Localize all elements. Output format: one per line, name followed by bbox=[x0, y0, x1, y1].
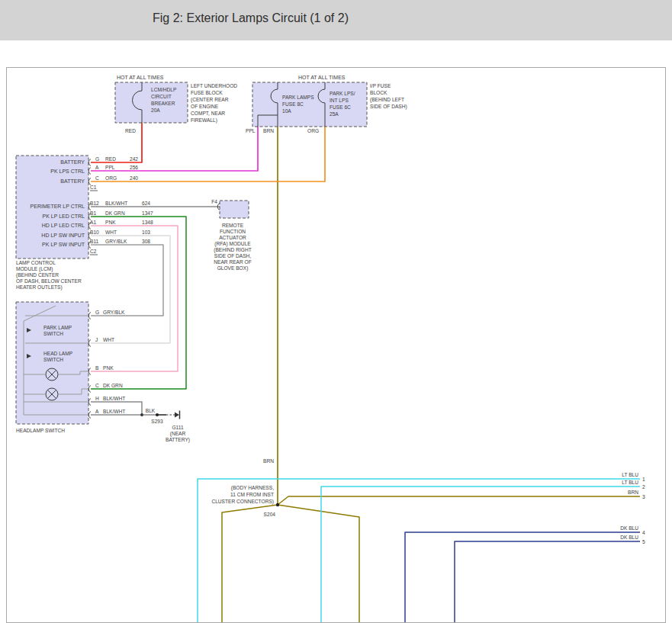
switch-wire-color: BLK/WHT bbox=[103, 396, 125, 401]
s204-note: CLUSTER CONNECTORS) bbox=[211, 499, 274, 505]
pin-arc bbox=[88, 313, 91, 320]
lcm-pin: B12 bbox=[90, 201, 99, 206]
lcm-wire-color: WHT bbox=[105, 230, 117, 235]
fuse-6c-label: PARK LPS/ bbox=[330, 91, 355, 96]
hot-label-ip: HOT AT ALL TIMES bbox=[298, 75, 346, 80]
fuse-6c-label: INT LPS bbox=[330, 98, 349, 103]
pin-arc bbox=[88, 168, 91, 175]
s204-note: 11 CM FROM INST bbox=[230, 492, 274, 497]
switch-wire-color: BLK/WHT bbox=[103, 409, 125, 414]
splice-s204-label: S204 bbox=[264, 512, 276, 517]
wire-label-blk: BLK bbox=[146, 408, 156, 413]
pin-arc bbox=[88, 386, 91, 393]
lead-number: 1 bbox=[642, 477, 645, 482]
ip-block-location: SIDE OF DASH) bbox=[370, 104, 407, 110]
breaker-name: LCM/HDLP bbox=[151, 87, 177, 92]
lcm-pin: A1 bbox=[90, 220, 96, 225]
switch-wire-color: WHT bbox=[103, 337, 114, 342]
lcm-circuit-number: 308 bbox=[142, 239, 150, 244]
lcm-fn: PK LP LED CTRL bbox=[42, 214, 85, 219]
lead-wire-color: LT BLU bbox=[622, 480, 638, 485]
wire-pnk-1348 bbox=[91, 226, 178, 371]
switch-pin-connectors bbox=[88, 313, 91, 419]
pin-arc bbox=[88, 368, 91, 375]
fuse-8c-label: PARK LAMPS bbox=[282, 95, 314, 100]
lcm-fn: BATTERY bbox=[60, 159, 85, 165]
lcm-pin: C bbox=[95, 175, 99, 181]
rfa-caption: FUNCTION bbox=[220, 229, 246, 234]
splice-s293-label: S293 bbox=[151, 419, 163, 424]
ip-block-location: (BEHIND LEFT bbox=[370, 97, 404, 103]
wire-ppl-256 bbox=[91, 127, 258, 171]
lcm-caption: LAMP CONTROL bbox=[16, 260, 56, 265]
fuse-8c-rating: 10A bbox=[282, 108, 291, 114]
splice-s204-dot bbox=[276, 503, 279, 506]
park-lamp-switch-label: PARK LAMP bbox=[43, 325, 72, 330]
ground-g111-caption: G111 bbox=[172, 425, 183, 430]
head-lamp-switch-label: SWITCH bbox=[43, 357, 63, 362]
fuse-6c-label: FUSE 6C bbox=[330, 104, 351, 110]
fuse-6c-rating: 25A bbox=[330, 111, 339, 117]
lcm-pin: B10 bbox=[90, 230, 99, 235]
headlamp-switch-caption: HEADLAMP SWITCH bbox=[16, 428, 65, 433]
wire-label-org: ORG bbox=[307, 128, 319, 133]
fuse-8c-label: FUSE 8C bbox=[282, 101, 304, 107]
lcm-caption: (BEHIND CENTER bbox=[16, 272, 59, 278]
ip-block-location: BLOCK bbox=[370, 90, 387, 95]
lcm-fn: HD LP SW INPUT bbox=[41, 233, 85, 238]
switch-pin: H bbox=[95, 396, 99, 401]
lcm-fn: PERIMETER LP CTRL bbox=[31, 204, 85, 209]
headlamp-switch-box bbox=[16, 302, 88, 424]
wire-dkblu-lead-5 bbox=[455, 541, 640, 622]
wire-label-ppl: PPL bbox=[246, 128, 256, 133]
lead-number: 3 bbox=[642, 494, 645, 499]
wire-brn-lead-3 bbox=[278, 496, 640, 505]
ground-g111-caption: (NEAR bbox=[170, 431, 186, 437]
lcm-fn: PK LP SW INPUT bbox=[42, 242, 85, 247]
lead-wire-color: DK BLU bbox=[620, 535, 638, 540]
lcm-wire-color: RED bbox=[105, 156, 116, 162]
lcm-wire-color: BLK/WHT bbox=[105, 201, 127, 206]
lcm-pin: A bbox=[95, 165, 99, 170]
breaker-name: CIRCUIT bbox=[151, 94, 172, 99]
lcm-circuit-number: 240 bbox=[130, 175, 138, 181]
junction-dot bbox=[140, 413, 143, 416]
fuse-left-location: FIREWALL) bbox=[191, 117, 217, 124]
wire-gryblk-308 bbox=[91, 245, 163, 316]
rfa-caption: (RFA) MODULE bbox=[214, 241, 251, 247]
breaker-name: BREAKER bbox=[151, 101, 175, 106]
lcm-pin: G bbox=[95, 156, 99, 162]
fuse-left-location: FUSE BLOCK bbox=[191, 90, 223, 95]
connector-c1-label: C1 bbox=[90, 185, 97, 190]
fuse-left-location: OF ENGINE bbox=[191, 104, 219, 109]
wiring-diagram: HOT AT ALL TIMES LCM/HDLP CIRCUIT BREAKE… bbox=[7, 68, 665, 622]
lcm-caption: MODULE (LCM) bbox=[16, 266, 53, 272]
lead-wire-color: BRN bbox=[628, 490, 638, 495]
lead-wire-color: LT BLU bbox=[622, 472, 638, 477]
lcm-fn: HD LP LED CTRL bbox=[42, 223, 85, 228]
figure-title-bar: Fig 2: Exterior Lamps Circuit (1 of 2) bbox=[0, 0, 672, 40]
wire-wht-103 bbox=[91, 236, 170, 343]
pin-arc bbox=[88, 412, 91, 419]
lcm-circuit-number: 624 bbox=[142, 201, 150, 206]
lead-wire-color: DK BLU bbox=[620, 525, 638, 531]
pin-arc bbox=[88, 399, 91, 406]
wire-brn-branch-left bbox=[222, 505, 278, 622]
lcm-circuit-number: 256 bbox=[130, 165, 138, 170]
fuse-left-location: COMPT, NEAR bbox=[191, 111, 225, 116]
switch-pin: J bbox=[95, 337, 98, 342]
breaker-rating: 20A bbox=[151, 108, 160, 113]
lcm-fn: PK LPS CTRL bbox=[50, 169, 85, 174]
wire-label-brn-mid: BRN bbox=[263, 458, 274, 464]
ground-g111-caption: BATTERY) bbox=[166, 437, 190, 443]
lcm-pin: B1 bbox=[90, 210, 96, 216]
wire-ltblu-lead-2 bbox=[321, 487, 640, 622]
figure-title: Fig 2: Exterior Lamps Circuit (1 of 2) bbox=[153, 11, 349, 25]
lcm-wire-color: DK GRN bbox=[105, 210, 125, 216]
rfa-caption: (BEHIND RIGHT bbox=[214, 247, 251, 253]
head-lamp-switch-label: HEAD LAMP bbox=[43, 351, 73, 356]
switch-wire-color: GRY/BLK bbox=[103, 310, 125, 315]
switch-pin: G bbox=[95, 310, 99, 315]
wire-dkblu-lead-4 bbox=[405, 532, 640, 622]
s204-note: (BODY HARNESS, bbox=[231, 485, 274, 491]
